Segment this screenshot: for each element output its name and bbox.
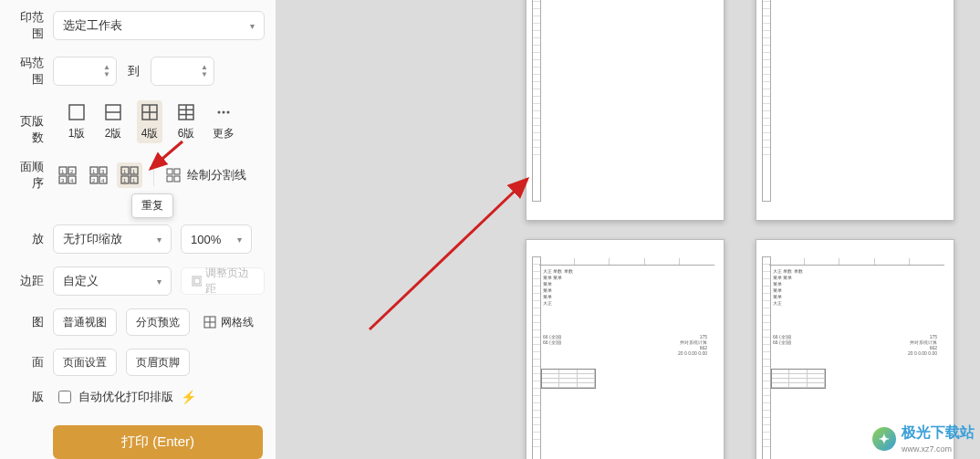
print-range-label: 印范围 xyxy=(11,9,44,42)
svg-text:3: 3 xyxy=(101,169,105,174)
layout-2up[interactable]: 2版 xyxy=(100,100,126,143)
svg-point-12 xyxy=(227,111,230,114)
preview-page-top-left xyxy=(526,0,725,221)
layout-6up[interactable]: 6版 xyxy=(173,100,199,143)
layout-4up-label: 4版 xyxy=(141,126,159,141)
grid-icon xyxy=(203,315,217,329)
spinner-buttons[interactable]: ▲▼ xyxy=(201,64,208,78)
layout-opt-label: 版 xyxy=(11,389,44,405)
svg-rect-40 xyxy=(174,176,180,182)
chevron-down-icon: ▾ xyxy=(157,276,162,287)
print-range-select[interactable]: 选定工作表 ▾ xyxy=(53,11,265,40)
page-label: 面 xyxy=(11,354,44,370)
svg-text:3: 3 xyxy=(61,178,65,183)
more-icon xyxy=(214,102,234,122)
page-preview-button[interactable]: 分页预览 xyxy=(126,308,190,336)
svg-text:4: 4 xyxy=(101,178,105,183)
draw-split-line[interactable]: 绘制分割线 xyxy=(165,167,246,183)
preview-page-bottom-left: 大正 单数 单数菜单 菜单菜单菜单菜单大正 66 (全国)175 66 (全国)… xyxy=(526,239,725,459)
chevron-down-icon: ▾ xyxy=(237,235,242,245)
svg-text:4: 4 xyxy=(70,178,74,183)
svg-rect-39 xyxy=(167,176,172,182)
layout-2up-label: 2版 xyxy=(105,126,122,141)
split-line-label: 绘制分割线 xyxy=(187,167,246,183)
layout-count-label: 页版数 xyxy=(11,113,44,146)
svg-text:1: 1 xyxy=(123,169,127,174)
gridlines-label: 网格线 xyxy=(221,315,254,330)
layout-options: 1版 2版 4版 6版 更多 xyxy=(64,100,237,143)
scale-mode-select[interactable]: 无打印缩放 ▾ xyxy=(53,224,172,254)
header-footer-button[interactable]: 页眉页脚 xyxy=(126,349,190,376)
order-repeat-icon: 1111 xyxy=(120,165,140,185)
print-range-value: 选定工作表 xyxy=(63,17,122,34)
svg-point-10 xyxy=(218,111,221,114)
spinner-buttons[interactable]: ▲▼ xyxy=(103,64,110,78)
page-range-label: 码范围 xyxy=(11,55,44,88)
scale-label: 放 xyxy=(11,231,44,247)
chevron-down-icon: ▾ xyxy=(157,235,162,245)
order-horizontal-icon: 1234 xyxy=(57,165,78,185)
page-to-spinner[interactable]: ▲▼ xyxy=(151,57,214,86)
order-vertical-icon: 1324 xyxy=(89,165,109,185)
svg-rect-0 xyxy=(69,105,84,120)
layout-4up-icon xyxy=(140,102,160,122)
watermark-url: www.xz7.com xyxy=(902,444,975,454)
layout-more-label: 更多 xyxy=(213,126,235,141)
print-button-label: 打印 (Enter) xyxy=(121,433,194,451)
layout-4up[interactable]: 4版 xyxy=(137,100,162,143)
order-horizontal[interactable]: 1234 xyxy=(55,162,80,188)
page-settings-button[interactable]: 页面设置 xyxy=(53,349,117,376)
layout-more[interactable]: 更多 xyxy=(210,100,237,143)
adjust-margin-button[interactable]: 调整页边距 xyxy=(181,267,265,295)
svg-line-49 xyxy=(370,179,527,329)
svg-rect-38 xyxy=(174,169,180,174)
chevron-down-icon: ▾ xyxy=(250,21,255,31)
margin-value: 自定义 xyxy=(63,273,99,289)
svg-text:1: 1 xyxy=(92,169,96,174)
layout-2up-icon xyxy=(103,102,123,122)
lightning-icon: ⚡ xyxy=(181,390,196,404)
print-button[interactable]: 打印 (Enter) xyxy=(53,425,263,459)
svg-text:1: 1 xyxy=(61,169,65,174)
svg-text:1: 1 xyxy=(123,178,127,183)
watermark: ✦ 极光下载站 www.xz7.com xyxy=(872,423,975,454)
to-label: 到 xyxy=(126,63,141,79)
layout-6up-label: 6版 xyxy=(178,126,195,141)
svg-point-11 xyxy=(223,111,225,114)
divider xyxy=(153,164,154,186)
svg-text:1: 1 xyxy=(132,178,136,183)
page-from-spinner[interactable]: ▲▼ xyxy=(53,57,117,86)
layout-1up[interactable]: 1版 xyxy=(64,100,89,143)
watermark-name: 极光下载站 xyxy=(902,423,975,443)
scale-percent-select[interactable]: 100% ▾ xyxy=(181,224,252,254)
layout-6up-icon xyxy=(176,102,196,122)
adjust-margin-label: 调整页边距 xyxy=(205,266,255,297)
svg-rect-37 xyxy=(167,169,172,174)
margin-select[interactable]: 自定义 ▾ xyxy=(53,266,172,296)
svg-text:2: 2 xyxy=(92,178,96,183)
scale-mode-value: 无打印缩放 xyxy=(63,231,122,247)
auto-optimize-checkbox[interactable] xyxy=(58,391,71,403)
scale-percent-value: 100% xyxy=(191,233,221,246)
normal-view-button[interactable]: 普通视图 xyxy=(53,308,117,336)
margin-icon xyxy=(191,275,202,287)
repeat-tooltip: 重复 xyxy=(131,193,173,218)
preview-page-top-right xyxy=(756,0,954,221)
watermark-logo-icon: ✦ xyxy=(872,427,896,451)
page-order-options: 1234 1324 1111 xyxy=(55,162,142,188)
order-repeat[interactable]: 1111 xyxy=(117,162,142,188)
print-settings-sidebar: 印范围 选定工作表 ▾ 码范围 ▲▼ 到 ▲▼ 页版数 1版 2版 xyxy=(0,0,276,459)
layout-1up-icon xyxy=(67,102,87,122)
page-order-label: 面顺序 xyxy=(11,159,44,192)
print-preview-area: 大正 单数 单数菜单 菜单菜单菜单菜单大正 66 (全国)175 66 (全国)… xyxy=(276,0,980,459)
layout-1up-label: 1版 xyxy=(68,126,86,141)
svg-rect-42 xyxy=(194,278,200,284)
auto-optimize-label: 自动优化打印排版 xyxy=(78,389,173,405)
svg-text:2: 2 xyxy=(70,169,74,174)
gridlines-button[interactable]: 网格线 xyxy=(199,308,257,336)
margin-label: 边距 xyxy=(11,273,44,289)
order-vertical[interactable]: 1324 xyxy=(86,162,111,188)
view-label: 图 xyxy=(11,314,44,330)
svg-text:1: 1 xyxy=(132,169,136,174)
split-line-icon xyxy=(165,167,182,183)
